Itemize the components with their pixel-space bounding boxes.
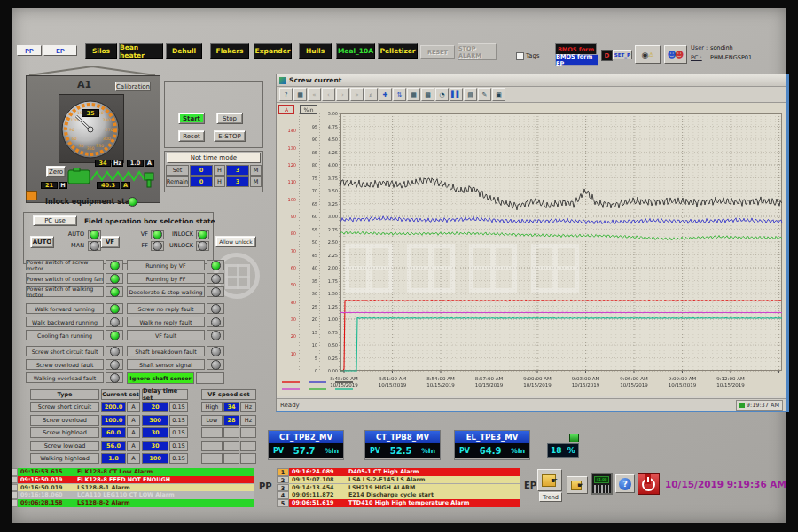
- edit-icon[interactable]: ✎: [478, 88, 491, 101]
- settings-delay-value[interactable]: 30: [142, 441, 168, 451]
- auto-man-button[interactable]: AUTO: [30, 236, 54, 248]
- trend-plot[interactable]: [277, 103, 786, 396]
- bmos-form-ep-button[interactable]: BMOS form EP: [555, 54, 598, 66]
- alarm-text: LS128-8-2 Alarm: [72, 499, 254, 507]
- zoom-icon[interactable]: ⌕: [364, 88, 378, 101]
- status-left-label: Power switch of screw motor: [26, 260, 104, 270]
- pc-use-button[interactable]: PC use: [33, 215, 77, 226]
- stop-alarm-button[interactable]: STOP ALARM: [458, 43, 497, 60]
- ep-page-button[interactable]: EP: [43, 45, 77, 56]
- amp-unit: A: [145, 160, 154, 167]
- status-left-led: [106, 273, 123, 284]
- tags-checkbox[interactable]: [516, 52, 524, 60]
- settings-delay-value[interactable]: 30: [142, 427, 168, 438]
- last-icon[interactable]: »: [350, 88, 364, 101]
- svg-text:270: 270: [106, 128, 113, 132]
- alarm-row[interactable]: 09:16:18.060LCA110 LEG110 CT LOW Alarm: [12, 491, 254, 499]
- help-icon[interactable]: ?: [615, 474, 635, 493]
- trend-button-icon[interactable]: ☛: [537, 469, 562, 491]
- zero-button[interactable]: Zero: [46, 166, 66, 177]
- vf-speed-unit: Hz: [240, 402, 256, 412]
- trend-button-label[interactable]: Trend: [539, 492, 562, 502]
- first-icon[interactable]: «: [308, 88, 321, 101]
- pp-page-button[interactable]: PP: [17, 45, 42, 56]
- scale-icon[interactable]: ⇅: [393, 88, 406, 101]
- notes-hand-icon[interactable]: ☛: [567, 476, 588, 494]
- d-badge-icon[interactable]: D: [601, 50, 613, 61]
- settings-delay-value[interactable]: 100: [142, 453, 168, 464]
- settings-current-value[interactable]: 60.0: [101, 427, 126, 438]
- timer-mode-header[interactable]: Not time mode: [167, 153, 261, 163]
- vf-speed-value[interactable]: 34: [223, 402, 239, 412]
- palette-icon[interactable]: ▩: [421, 88, 434, 101]
- alarm-row[interactable]: 309:14:13.454LSH219 HIGH ALARM: [277, 484, 520, 492]
- nav-button-flakers[interactable]: Flakers: [210, 43, 249, 59]
- alarm-row[interactable]: 09:16:50.019LS128-8-1 Alarm: [12, 484, 254, 492]
- pv-name: CT_TPB2_MV: [269, 431, 343, 443]
- alarm-row[interactable]: 09:16:53.615FLK128-8 CT Low Alarm: [12, 468, 254, 476]
- keypad-icon[interactable]: 41.00: [591, 473, 613, 495]
- trend-window-titlebar[interactable]: Screw current: [277, 74, 786, 87]
- settings-current-value[interactable]: 56.0: [101, 441, 126, 451]
- status-left-label: Screw short circuit fault: [26, 346, 104, 356]
- pause-icon[interactable]: ▌▌: [450, 88, 463, 101]
- estop-button[interactable]: E-STOP: [214, 130, 246, 142]
- alarm-row[interactable]: 209:15:07.108LSA LS-2-E145 LS Alarm: [277, 476, 520, 484]
- grid-icon[interactable]: ▦: [407, 88, 420, 101]
- stop-button[interactable]: Stop: [216, 113, 243, 124]
- vf-ff-button[interactable]: VF: [100, 236, 120, 248]
- svg-text:330: 330: [96, 144, 104, 148]
- timer-hours-value[interactable]: 0: [190, 165, 213, 176]
- reset-motor-button[interactable]: Reset: [178, 130, 205, 142]
- frequency-unit: Hz: [112, 160, 123, 167]
- nav-button-pelletizer[interactable]: Pelletizer: [378, 43, 418, 59]
- alarm-monitor-icon[interactable]: ◉⚠: [635, 45, 661, 64]
- help-icon[interactable]: ?: [279, 88, 293, 101]
- alarm-row-selector: [12, 484, 18, 492]
- alarm-row[interactable]: 509:06:51.619TTD410 High High temperatur…: [277, 499, 520, 507]
- alarm-time: 09:16:53.615: [18, 468, 72, 476]
- timer-minutes-value[interactable]: 3: [226, 165, 249, 176]
- ignore-shaft-sensor-button[interactable]: Ignore shaft sensor: [127, 372, 194, 384]
- svg-text:300: 300: [103, 137, 111, 141]
- calendar-icon[interactable]: ▦: [293, 88, 307, 101]
- pan-icon[interactable]: ✚: [379, 88, 392, 101]
- alarm-row[interactable]: 109:16:24.089D405-1 CT High Alarm: [277, 468, 520, 476]
- prev-icon[interactable]: ‹: [322, 88, 335, 101]
- calibration-button[interactable]: Calibration: [115, 82, 151, 91]
- power-icon[interactable]: [638, 473, 660, 495]
- nav-button-meal-10a[interactable]: Meal_10A: [336, 43, 375, 59]
- nav-button-bean-heater[interactable]: Bean heater: [119, 43, 163, 59]
- allow-unlock-button[interactable]: Allow unlock: [215, 236, 256, 247]
- print-icon[interactable]: ▤: [464, 88, 477, 101]
- set-p-button[interactable]: SET_P: [613, 50, 632, 59]
- alarm-text: LSH219 HIGH ALARM: [345, 484, 520, 492]
- vf-speed-value[interactable]: 28: [223, 415, 239, 426]
- timer-minutes-value[interactable]: 3: [226, 176, 249, 187]
- settings-delay-value[interactable]: 300: [142, 415, 168, 426]
- alarm-row[interactable]: 09:16:50.019FLK128-8 FEED NOT ENOUGH: [12, 476, 254, 484]
- settings-current-value[interactable]: 1.8: [101, 453, 126, 464]
- status-right-led: [207, 286, 224, 297]
- timer-row-label: Remain: [166, 176, 189, 187]
- time-icon[interactable]: ◔: [435, 88, 449, 101]
- nav-button-silos[interactable]: Silos: [85, 43, 117, 59]
- next-icon[interactable]: ›: [336, 88, 349, 101]
- alarm-row[interactable]: 409:09:11.872E214 Discharge cycle start: [277, 491, 520, 499]
- start-button[interactable]: Start: [178, 113, 205, 124]
- pv-display-ct_tpb8_mv: CT_TPB8_MVPV52.5%In: [364, 430, 441, 460]
- settings-current-value[interactable]: 100.0: [101, 415, 126, 426]
- alarm-time: 09:06:51.619: [289, 499, 345, 507]
- timer-hours-value[interactable]: 0: [190, 176, 213, 187]
- alarm-row[interactable]: 09:06:28.158LS128-8-2 Alarm: [12, 499, 254, 507]
- ep-tag: EP: [524, 481, 536, 490]
- settings-current-value[interactable]: 200.0: [101, 402, 126, 412]
- users-icon[interactable]: ☻☻: [664, 45, 687, 64]
- image-icon[interactable]: ▣: [492, 88, 505, 101]
- nav-button-dehull[interactable]: Dehull: [166, 43, 202, 59]
- nav-button-expander[interactable]: Expander: [254, 43, 292, 59]
- nav-button-hulls[interactable]: Hulls: [299, 43, 332, 59]
- settings-delay-value[interactable]: 20: [142, 402, 168, 412]
- reset-button[interactable]: RESET: [420, 45, 455, 59]
- status-right-led: [207, 317, 224, 327]
